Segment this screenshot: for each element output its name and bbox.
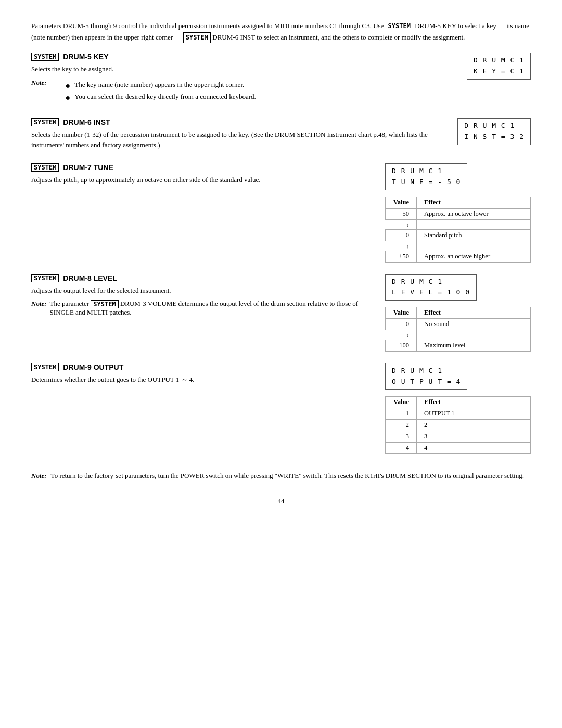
drum8-col-effect: Effect [417, 307, 531, 319]
drum7-row-1: -50Approx. an octave lower [386, 208, 531, 219]
drum9-table: Value Effect 1OUTPUT 1 22 33 44 [385, 396, 531, 454]
drum7-section: D R U M C 1 T U N E = - 5 0 Value Effect… [31, 163, 531, 263]
drum7-col-value: Value [386, 197, 417, 208]
drum8-section: D R U M C 1 L E V E L = 1 0 0 Value Effe… [31, 274, 531, 352]
drum9-row-3: 33 [386, 431, 531, 442]
drum6-system-badge: SYSTEM [31, 118, 59, 126]
drum5-right-panel: D R U M C 1 K E Y = C 1 [467, 53, 531, 80]
bottom-note: Note: To return to the factory-set param… [31, 471, 531, 482]
drum7-row-3: +50Approx. an octave higher [386, 251, 531, 262]
drum7-lcd: D R U M C 1 T U N E = - 5 0 [385, 163, 467, 190]
drum5-header: SYSTEM DRUM-5 KEY [31, 53, 456, 61]
drum8-system-badge: SYSTEM [31, 274, 59, 282]
drum6-section: D R U M C 1 I N S T = 3 2 SYSTEM DRUM-6 … [31, 118, 531, 154]
drum7-table: Value Effect -50Approx. an octave lower … [385, 197, 531, 263]
drum6-body: Selects the number (1-32) of the percuss… [31, 129, 531, 150]
drum6-header: SYSTEM DRUM-6 INST [31, 118, 447, 126]
drum8-note: Note: The parameter SYSTEM DRUM-3 VOLUME… [31, 300, 375, 317]
drum6-title: DRUM-6 INST [63, 118, 110, 126]
drum8-slash-1: ↕ [386, 330, 531, 340]
drum6-lcd: D R U M C 1 I N S T = 3 2 [457, 118, 531, 145]
drum7-row-2: 0Standard pitch [386, 229, 531, 241]
drum9-system-badge: SYSTEM [31, 363, 59, 371]
drum5-bullet1: ● The key name (note number) appears in … [66, 81, 256, 90]
drum8-col-value: Value [386, 307, 417, 319]
drum7-header: SYSTEM DRUM-7 TUNE [31, 163, 375, 172]
drum9-header: SYSTEM DRUM-9 OUTPUT [31, 363, 375, 371]
drum9-col-effect: Effect [417, 396, 531, 408]
drum5-bullet2: ● You can select the desired key directl… [66, 93, 256, 102]
drum5-title: DRUM-5 KEY [63, 53, 108, 61]
drum8-lcd: D R U M C 1 L E V E L = 1 0 0 [385, 274, 477, 301]
system-badge-intro1: SYSTEM [386, 21, 413, 32]
drum9-row-2: 22 [386, 419, 531, 431]
drum8-table: Value Effect 0No sound ↕ 100Maximum leve… [385, 307, 531, 352]
drum7-system-badge: SYSTEM [31, 163, 59, 172]
drum5-body: Selects the key to be assigned. Note: ● … [31, 64, 531, 105]
drum8-note-system-badge: SYSTEM [91, 300, 118, 308]
drum6-right-panel: D R U M C 1 I N S T = 3 2 [457, 118, 531, 145]
drum5-section: D R U M C 1 K E Y = C 1 SYSTEM DRUM-5 KE… [31, 53, 531, 109]
page-content: Parameters DRUM-5 through 9 control the … [31, 21, 531, 505]
drum9-col-value: Value [386, 396, 417, 408]
drum9-title: DRUM-9 OUTPUT [63, 363, 123, 371]
page-number: 44 [31, 497, 531, 505]
drum9-right-panel: D R U M C 1 O U T P U T = 4 Value Effect… [385, 363, 531, 454]
drum8-title: DRUM-8 LEVEL [63, 274, 117, 282]
drum7-right-panel: D R U M C 1 T U N E = - 5 0 Value Effect… [385, 163, 531, 263]
drum7-slash-2: ↕ [386, 241, 531, 251]
drum7-col-effect: Effect [417, 197, 531, 208]
drum9-lcd: D R U M C 1 O U T P U T = 4 [385, 363, 467, 390]
drum5-system-badge: SYSTEM [31, 53, 59, 61]
drum9-row-4: 44 [386, 442, 531, 453]
drum7-title: DRUM-7 TUNE [63, 163, 113, 172]
drum8-row-1: 0No sound [386, 319, 531, 330]
system-badge-intro2: SYSTEM [183, 32, 211, 43]
drum8-row-2: 100Maximum level [386, 340, 531, 352]
drum8-header: SYSTEM DRUM-8 LEVEL [31, 274, 375, 282]
drum5-lcd: D R U M C 1 K E Y = C 1 [467, 53, 531, 80]
intro-paragraph: Parameters DRUM-5 through 9 control the … [31, 21, 531, 43]
drum5-bullets: ● The key name (note number) appears in … [66, 81, 256, 105]
drum7-slash-1: ↕ [386, 219, 531, 229]
drum9-row-1: 1OUTPUT 1 [386, 408, 531, 419]
drum8-right-panel: D R U M C 1 L E V E L = 1 0 0 Value Effe… [385, 274, 531, 352]
drum5-note: Note: ● The key name (note number) appea… [31, 79, 456, 105]
drum9-section: D R U M C 1 O U T P U T = 4 Value Effect… [31, 363, 531, 454]
